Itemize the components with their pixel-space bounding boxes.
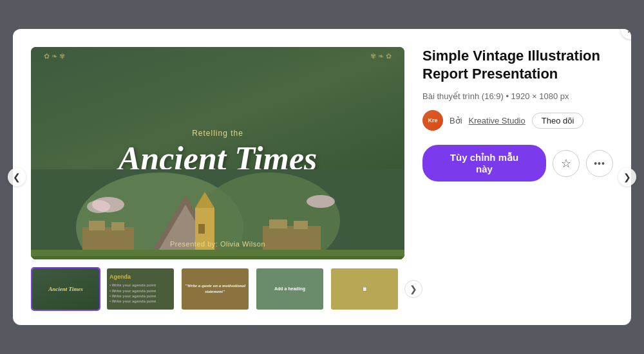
- avatar: Kre: [422, 110, 443, 131]
- ellipsis-icon: •••: [594, 158, 605, 169]
- chevron-right-icon: ❯: [623, 172, 631, 182]
- template-title: Simple Vintage Illustration Report Prese…: [422, 47, 613, 82]
- close-icon: ✕: [627, 29, 632, 36]
- star-icon: ☆: [561, 156, 571, 171]
- action-row: Tùy chỉnh mẫu này ☆ •••: [422, 145, 613, 182]
- thumb-2-inner: Agenda • Write your agenda point• Write …: [107, 268, 174, 310]
- svg-rect-12: [269, 219, 287, 228]
- thumb-1-inner: Ancient Times: [32, 268, 99, 310]
- close-button[interactable]: ✕: [621, 29, 631, 39]
- next-template-button[interactable]: ❯: [618, 168, 636, 186]
- author-by-label: Bởi: [450, 116, 462, 126]
- svg-point-16: [307, 195, 335, 208]
- preview-subtitle: Retelling the: [192, 129, 243, 138]
- more-options-button[interactable]: •••: [586, 150, 613, 177]
- follow-button[interactable]: Theo dõi: [532, 113, 584, 129]
- prev-template-button[interactable]: ❮: [8, 168, 26, 186]
- right-panel: Simple Vintage Illustration Report Prese…: [422, 47, 613, 311]
- author-name[interactable]: Kreative Studio: [469, 116, 526, 126]
- svg-rect-10: [111, 222, 124, 230]
- thumb-4-inner: Add a heading: [256, 268, 323, 310]
- decorative-top: ✿ ❧ ✾ ✾ ❧ ✿: [31, 52, 404, 61]
- thumb-3-inner: "Write a quote on a motivational stateme…: [182, 268, 249, 310]
- thumbnail-2[interactable]: Agenda • Write your agenda point• Write …: [106, 267, 175, 311]
- chevron-left-icon: ❮: [13, 172, 21, 182]
- customize-button[interactable]: Tùy chỉnh mẫu này: [422, 145, 546, 182]
- svg-rect-7: [198, 224, 205, 234]
- thumbnail-strip: Ancient Times Agenda • Write your agenda…: [31, 267, 404, 311]
- svg-rect-13: [294, 221, 308, 229]
- svg-point-15: [87, 200, 110, 213]
- modal-overlay: ✕ ✿ ❧ ✾ ✾ ❧ ✿ Retelling the Ancient Time…: [0, 0, 644, 354]
- thumbnail-5[interactable]: 📋: [330, 267, 399, 311]
- thumbnail-1[interactable]: Ancient Times: [31, 267, 100, 311]
- thumbnail-4[interactable]: Add a heading: [255, 267, 325, 311]
- avatar-text: Kre: [428, 117, 437, 124]
- thumbnail-3[interactable]: "Write a quote on a motivational stateme…: [180, 267, 250, 311]
- author-row: Kre Bởi Kreative Studio Theo dõi: [422, 110, 613, 131]
- star-button[interactable]: ☆: [553, 150, 580, 177]
- modal-dialog: ✕ ✿ ❧ ✾ ✾ ❧ ✿ Retelling the Ancient Time…: [13, 29, 631, 325]
- strip-next-button[interactable]: ❯: [404, 280, 422, 298]
- chevron-right-icon: ❯: [410, 284, 417, 294]
- main-preview: ✿ ❧ ✾ ✾ ❧ ✿ Retelling the Ancient Times: [31, 47, 404, 259]
- svg-rect-9: [89, 221, 105, 230]
- svg-rect-18: [31, 256, 404, 259]
- preview-presenter: Presented by: Olivia Wilson: [170, 240, 265, 248]
- modal-body: ✿ ❧ ✾ ✾ ❧ ✿ Retelling the Ancient Times: [31, 47, 613, 311]
- thumb-5-inner: 📋: [331, 268, 398, 310]
- template-meta: Bài thuyết trình (16:9) • 1920 × 1080 px: [422, 91, 613, 101]
- left-panel: ✿ ❧ ✾ ✾ ❧ ✿ Retelling the Ancient Times: [31, 47, 404, 311]
- preview-image: ✿ ❧ ✾ ✾ ❧ ✿ Retelling the Ancient Times: [31, 47, 404, 259]
